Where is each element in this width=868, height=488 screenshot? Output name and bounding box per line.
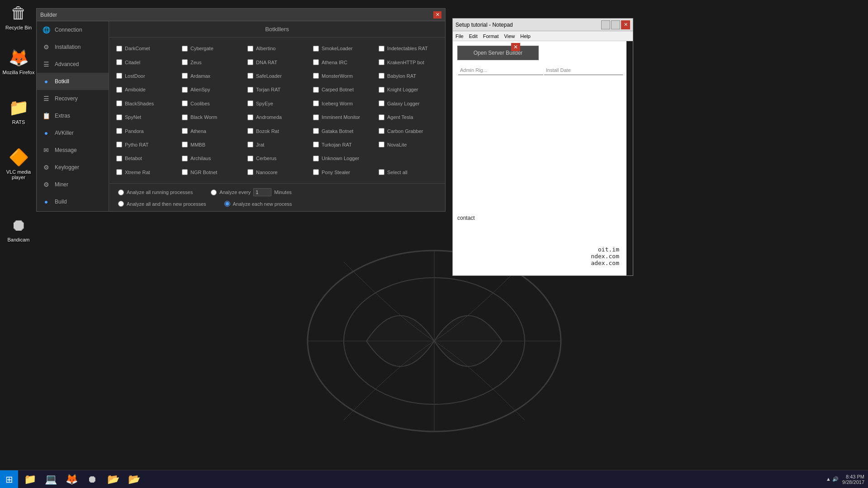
botkiller-checkbox-unknown-logger[interactable] <box>313 156 319 161</box>
analyze-each-new-option[interactable]: Analyze each new process <box>224 201 292 207</box>
botkiller-item-zeus[interactable]: Zeus <box>179 56 244 68</box>
botkiller-item-spynet[interactable]: SpyNet <box>114 111 178 123</box>
notepad-content[interactable]: Open Server Builder Admin Rig... Install… <box>453 41 633 275</box>
sidebar-item-keylogger[interactable]: ⚙ Keylogger <box>37 159 109 176</box>
botkiller-checkbox-athena-irc[interactable] <box>313 59 319 65</box>
notepad-menu-format[interactable]: Format <box>483 33 499 39</box>
desktop-icon-rats[interactable]: 📁 RATS <box>0 95 37 127</box>
botkiller-item-athena-irc[interactable]: Athena IRC <box>310 56 375 68</box>
notepad-menu-file[interactable]: File <box>455 33 464 39</box>
analyze-all-option[interactable]: Analyze all running processes <box>118 190 193 195</box>
botkiller-item-iceberg-worm[interactable]: Iceberg Worm <box>310 97 375 110</box>
botkiller-item-citadel[interactable]: Citadel <box>114 56 178 68</box>
analyze-all-then-new-option[interactable]: Analyze all and then new processes <box>118 201 206 207</box>
botkiller-item-xtreme-rat[interactable]: Xtreme Rat <box>114 166 178 179</box>
botkiller-item-galaxy-logger[interactable]: Galaxy Logger <box>376 97 441 110</box>
botkiller-item-spyeye[interactable]: SpyEye <box>245 97 309 110</box>
botkiller-item-gataka-botnet[interactable]: Gataka Botnet <box>310 124 375 137</box>
sidebar-item-connection[interactable]: 🌐 Connection <box>37 21 109 38</box>
botkiller-item-monsterworm[interactable]: MonsterWorm <box>310 70 375 82</box>
notepad-menu-edit[interactable]: Edit <box>469 33 478 39</box>
botkiller-checkbox-athena[interactable] <box>182 128 188 134</box>
botkiller-checkbox-agent-tesla[interactable] <box>379 114 384 120</box>
botkiller-item-unknown-logger[interactable]: Unknown Logger <box>310 152 375 165</box>
botkiller-item-darkcomet[interactable]: DarkComet <box>114 42 178 55</box>
botkiller-item-indetectables-rat[interactable]: Indetectables RAT <box>376 42 441 55</box>
botkiller-checkbox-novalite[interactable] <box>379 142 384 147</box>
botkiller-item-jrat[interactable]: Jrat <box>245 138 309 151</box>
sidebar-item-extras[interactable]: 📋 Extras <box>37 107 109 124</box>
botkiller-checkbox-citadel[interactable] <box>116 59 122 65</box>
botkiller-checkbox-ardamax[interactable] <box>182 73 188 79</box>
botkiller-item-select-all[interactable]: Select all <box>376 166 441 179</box>
botkiller-item-bozok-rat[interactable]: Bozok Rat <box>245 124 309 137</box>
analyze-all-then-new-radio[interactable] <box>118 201 124 207</box>
botkiller-checkbox-black-worm[interactable] <box>182 114 188 120</box>
botkiller-item-andromeda[interactable]: Andromeda <box>245 111 309 123</box>
taskbar-file-explorer[interactable]: 📁 <box>20 471 40 488</box>
botkiller-checkbox-knight-logger[interactable] <box>379 87 384 93</box>
sidebar-item-avkiller[interactable]: ● AVKiller <box>37 124 109 142</box>
botkiller-item-carbon-grabber[interactable]: Carbon Grabber <box>376 124 441 137</box>
botkiller-checkbox-darkcomet[interactable] <box>116 46 122 52</box>
sidebar-item-build[interactable]: ● Build <box>37 193 109 210</box>
botkiller-item-torjan-rat[interactable]: Torjan RAT <box>245 83 309 96</box>
taskbar-folder1[interactable]: 📂 <box>103 471 123 488</box>
botkiller-item-lostdoor[interactable]: LostDoor <box>114 70 178 82</box>
botkiller-checkbox-jrat[interactable] <box>247 142 253 147</box>
botkiller-item-amiboide[interactable]: Amiboide <box>114 83 178 96</box>
analyze-all-radio[interactable] <box>118 190 124 195</box>
sidebar-item-miner[interactable]: ⚙ Miner <box>37 176 109 193</box>
botkiller-checkbox-albertino[interactable] <box>247 46 253 52</box>
botkiller-item-dna-rat[interactable]: DNA RAT <box>245 56 309 68</box>
botkiller-item-krakenhttp-bot[interactable]: KrakenHTTP bot <box>376 56 441 68</box>
sidebar-item-botkill[interactable]: ● Botkill <box>37 73 109 90</box>
builder-close-button[interactable]: ✕ <box>433 11 441 19</box>
botkiller-item-cybergate[interactable]: Cybergate <box>179 42 244 55</box>
botkiller-item-pony-stealer[interactable]: Pony Stealer <box>310 166 375 179</box>
botkiller-checkbox-cerberus[interactable] <box>247 156 253 161</box>
taskbar-folder2[interactable]: 📂 <box>124 471 144 488</box>
analyze-every-option[interactable]: Analyze every <box>211 190 251 195</box>
botkiller-item-carped-botnet[interactable]: Carped Botnet <box>310 83 375 96</box>
botkiller-checkbox-pony-stealer[interactable] <box>313 169 319 175</box>
botkiller-checkbox-spyeye[interactable] <box>247 100 253 106</box>
start-button[interactable]: ⊞ <box>0 470 18 488</box>
desktop-icon-bandicam[interactable]: ⏺ Bandicam <box>0 213 37 244</box>
botkiller-item-imminent-monitor[interactable]: Imminent Monitor <box>310 111 375 123</box>
popup-close-button[interactable]: ✕ <box>511 43 520 51</box>
botkiller-checkbox-bozok-rat[interactable] <box>247 128 253 134</box>
botkiller-item-pytho-rat[interactable]: Pytho RAT <box>114 138 178 151</box>
botkiller-item-novalite[interactable]: NovaLite <box>376 138 441 151</box>
botkiller-checkbox-mmbb[interactable] <box>182 142 188 147</box>
minutes-input[interactable] <box>253 188 271 196</box>
botkiller-checkbox-alienspy[interactable] <box>182 87 188 93</box>
botkiller-item-albertino[interactable]: Albertino <box>245 42 309 55</box>
botkiller-item-archilaus[interactable]: Archilaus <box>179 152 244 165</box>
botkiller-checkbox-blackshades[interactable] <box>116 100 122 106</box>
botkiller-checkbox-betabot[interactable] <box>116 156 122 161</box>
botkiller-checkbox-indetectables-rat[interactable] <box>379 46 384 52</box>
botkiller-checkbox-babylon-rat[interactable] <box>379 73 384 79</box>
botkiller-checkbox-ngr-botnet[interactable] <box>182 169 188 175</box>
botkiller-item-coolibes[interactable]: Coolibes <box>179 97 244 110</box>
botkiller-checkbox-nanocore[interactable] <box>247 169 253 175</box>
botkiller-checkbox-coolibes[interactable] <box>182 100 188 106</box>
botkiller-checkbox-turkojan-rat[interactable] <box>313 142 319 147</box>
notepad-close-button[interactable]: ✕ <box>621 20 630 29</box>
botkiller-item-babylon-rat[interactable]: Babylon RAT <box>376 70 441 82</box>
botkiller-checkbox-dna-rat[interactable] <box>247 59 253 65</box>
botkiller-item-ardamax[interactable]: Ardamax <box>179 70 244 82</box>
botkiller-checkbox-smokeloader[interactable] <box>313 46 319 52</box>
notepad-menu-view[interactable]: View <box>504 33 515 39</box>
desktop-icon-recycle-bin[interactable]: 🗑 Recycle Bin <box>0 0 37 32</box>
analyze-every-radio[interactable] <box>211 190 217 195</box>
botkiller-checkbox-pytho-rat[interactable] <box>116 142 122 147</box>
botkiller-checkbox-krakenhttp-bot[interactable] <box>379 59 384 65</box>
botkiller-checkbox-archilaus[interactable] <box>182 156 188 161</box>
botkiller-checkbox-iceberg-worm[interactable] <box>313 100 319 106</box>
botkiller-checkbox-torjan-rat[interactable] <box>247 87 253 93</box>
botkiller-checkbox-amiboide[interactable] <box>116 87 122 93</box>
botkiller-checkbox-pandora[interactable] <box>116 128 122 134</box>
botkiller-item-ngr-botnet[interactable]: NGR Botnet <box>179 166 244 179</box>
